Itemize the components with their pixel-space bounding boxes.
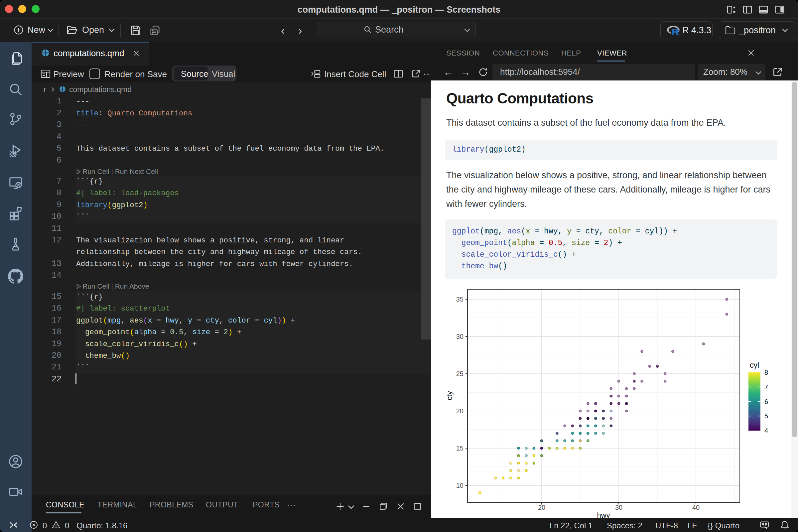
svg-text:7: 7 <box>764 383 768 391</box>
svg-text:4: 4 <box>764 427 768 434</box>
svg-text:10: 10 <box>456 482 463 489</box>
svg-text:8: 8 <box>764 369 768 376</box>
svg-text:20: 20 <box>456 407 463 415</box>
svg-text:6: 6 <box>764 398 768 405</box>
svg-text:35: 35 <box>456 296 463 303</box>
svg-text:cty: cty <box>445 391 454 400</box>
svg-text:hwy: hwy <box>597 511 610 518</box>
svg-text:30: 30 <box>615 504 623 511</box>
svg-text:5: 5 <box>764 412 768 420</box>
svg-text:20: 20 <box>538 504 545 511</box>
svg-text:15: 15 <box>456 444 463 452</box>
svg-text:30: 30 <box>456 333 463 340</box>
svg-text:40: 40 <box>692 504 700 511</box>
svg-text:cyl: cyl <box>750 361 759 369</box>
svg-text:25: 25 <box>456 370 463 377</box>
